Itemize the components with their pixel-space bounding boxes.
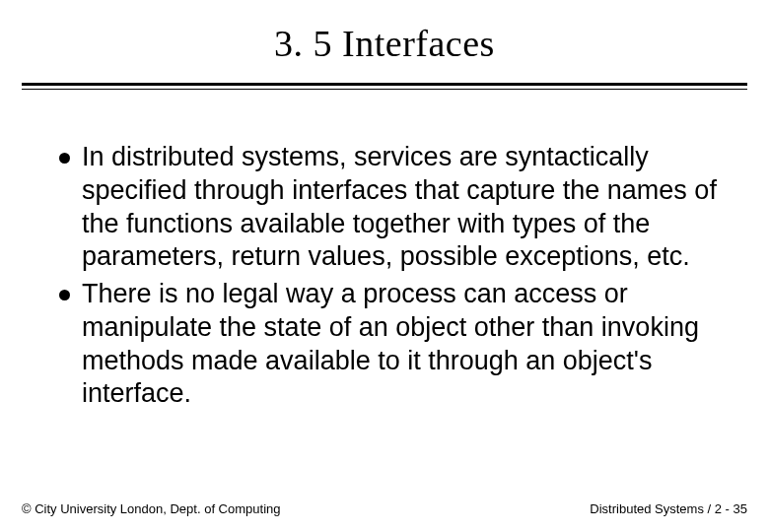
footer-left: © City University London, Dept. of Compu… bbox=[22, 501, 280, 516]
list-item: In distributed systems, services are syn… bbox=[59, 141, 732, 274]
footer: © City University London, Dept. of Compu… bbox=[22, 501, 747, 516]
divider-thick bbox=[22, 83, 747, 86]
footer-right: Distributed Systems / 2 - 35 bbox=[590, 501, 747, 516]
slide-body: In distributed systems, services are syn… bbox=[0, 90, 769, 411]
slide-title: 3. 5 Interfaces bbox=[0, 0, 769, 83]
list-item: There is no legal way a process can acce… bbox=[59, 278, 732, 411]
bullet-text: In distributed systems, services are syn… bbox=[82, 141, 732, 274]
slide: 3. 5 Interfaces In distributed systems, … bbox=[0, 0, 769, 532]
bullet-icon bbox=[59, 290, 70, 300]
bullet-icon bbox=[59, 153, 70, 164]
bullet-text: There is no legal way a process can acce… bbox=[82, 278, 732, 411]
title-divider bbox=[22, 83, 747, 90]
